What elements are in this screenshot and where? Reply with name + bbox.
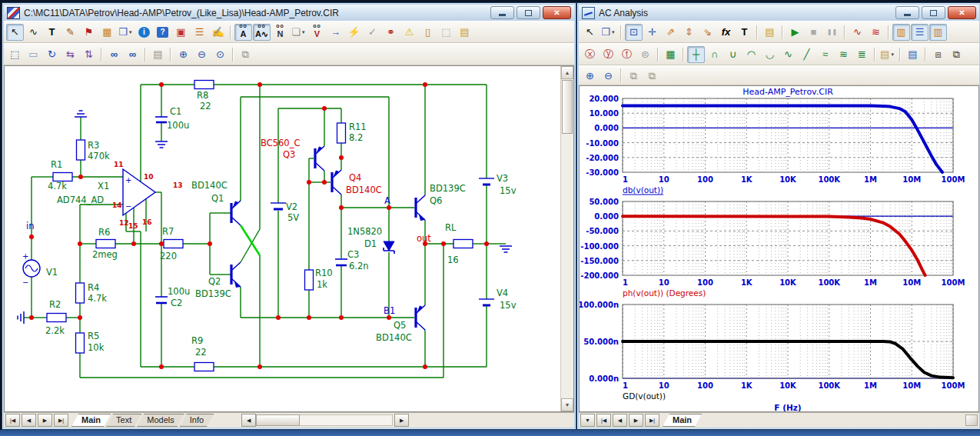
run-icon[interactable]: ▶ — [786, 24, 804, 41]
zoom-out-graph-icon[interactable]: ⇘ — [699, 24, 716, 41]
show-warnings-icon[interactable]: ⚠ — [400, 24, 418, 41]
schematic-label[interactable]: 4.7k — [88, 293, 107, 304]
tab-text[interactable]: Text — [106, 414, 141, 427]
resize-grip[interactable] — [965, 414, 978, 426]
tab-models[interactable]: Models — [137, 414, 184, 427]
graphics-mode-icon[interactable]: ✎ — [61, 24, 79, 41]
file-list-icon[interactable]: ☰ — [191, 24, 208, 41]
component-menu-icon[interactable]: ❒▼ — [117, 24, 135, 41]
find-next-icon[interactable]: ∞ — [124, 46, 141, 63]
schematic-label[interactable]: in — [26, 221, 34, 231]
zoom-to-fit-icon[interactable]: ⊙ — [211, 46, 229, 63]
select-mode-icon[interactable]: ↖ — [581, 24, 599, 41]
schematic-label[interactable]: 2.2k — [45, 325, 65, 336]
stop-icon[interactable]: ■ — [805, 24, 822, 41]
show-pin-connections-icon[interactable]: ⚭ — [382, 24, 400, 41]
cursor-high-icon[interactable]: ◠ — [742, 46, 760, 63]
show-power-icon[interactable]: ⚡ — [345, 24, 363, 41]
find-icon[interactable]: ∞ — [105, 46, 123, 63]
hscroll-thumb[interactable] — [256, 414, 300, 426]
component-menu-icon[interactable]: ❒▼ — [600, 24, 617, 41]
scale-mode-icon[interactable]: ⇗ — [662, 24, 679, 41]
cursor-readout-icon[interactable]: ⊜ — [636, 46, 654, 63]
pause-icon[interactable]: ❚❚ — [823, 24, 841, 41]
schematic-label[interactable]: 220 — [160, 251, 177, 261]
schematic-label[interactable]: BD140C — [191, 180, 228, 191]
reduce-data-points-icon[interactable]: ∿ — [849, 24, 866, 41]
cursor-next-icon[interactable]: ┼ — [687, 46, 705, 63]
schematic-label[interactable]: V1 — [46, 267, 58, 278]
schematic-label[interactable]: R9 — [191, 335, 203, 346]
schematic-label[interactable]: BD139C — [430, 183, 466, 194]
annotate-icon[interactable]: ✍ — [209, 24, 227, 41]
schematic-label[interactable]: R1 — [51, 159, 62, 170]
cursor-global-low-icon[interactable]: ≋ — [835, 46, 852, 63]
minimize-button[interactable] — [895, 6, 919, 19]
cursor-slope-icon[interactable]: ╱ — [798, 46, 816, 63]
schematic-label[interactable]: 22 — [200, 101, 211, 111]
first-page-button[interactable]: |◀ — [596, 414, 611, 427]
show-node-voltages-icon[interactable]: ooV — [308, 24, 326, 41]
analysis-limits-icon[interactable]: ▥ — [892, 24, 910, 41]
schematic-label[interactable]: AD744_AD — [57, 195, 104, 205]
schematic-label[interactable]: C2 — [171, 298, 182, 308]
scroll-down-button[interactable]: ▼ — [561, 398, 573, 411]
schematic-horizontal-scrollbar[interactable]: ◀ ▶ — [240, 414, 409, 426]
schematic-label[interactable]: R6 — [98, 227, 110, 238]
schematic-label[interactable]: 10k — [88, 342, 105, 353]
schematic-label[interactable]: 16 — [142, 218, 152, 226]
select-mode-icon[interactable]: ↖ — [6, 24, 24, 41]
fx-expression-icon[interactable]: fx — [717, 24, 735, 41]
schematic-label[interactable]: 15 — [128, 222, 138, 230]
previous-page-button[interactable]: ◀ — [613, 414, 627, 427]
schematic-label[interactable]: − — [22, 278, 28, 287]
help-mode-icon[interactable]: ? — [154, 24, 171, 41]
zoom-window-icon[interactable]: ⊡ — [625, 24, 643, 41]
last-page-button[interactable]: ▶| — [54, 414, 68, 427]
page-list-dropdown-button[interactable]: ▼ — [580, 414, 595, 427]
schematic-titlebar[interactable]: C:\MC11\DATA\Petrov\Head-AMP\Petrov_(Lik… — [4, 5, 574, 21]
stepping-icon[interactable]: ≋ — [867, 24, 885, 41]
close-button[interactable]: ✕ — [543, 6, 571, 19]
info-mode-icon[interactable]: i — [135, 24, 153, 41]
show-node-states-icon[interactable]: ❏▼ — [290, 24, 307, 41]
schematic-label[interactable]: R10 — [315, 268, 333, 278]
schematic-label[interactable]: V4 — [497, 288, 508, 298]
schematic-label[interactable]: 6.2n — [349, 261, 369, 271]
scroll-thumb[interactable] — [562, 80, 573, 134]
schematic-label[interactable]: 5V — [287, 212, 299, 223]
schematic-label[interactable]: R7 — [162, 226, 174, 237]
schematic-label[interactable]: Q2 — [208, 276, 221, 287]
schematic-label[interactable]: R11 — [349, 121, 367, 132]
plot-frame-icon[interactable]: ⧈ — [929, 46, 947, 63]
schematic-label[interactable]: Q4 — [349, 172, 361, 183]
cursor-y-icon[interactable]: ⓨ — [600, 46, 617, 63]
zoom-out-icon[interactable]: ⊖ — [193, 46, 211, 63]
zoom-in-icon[interactable]: ⊕ — [174, 46, 192, 63]
schematic-label[interactable]: BD140C — [376, 332, 412, 343]
schematic-label[interactable]: 1k — [317, 279, 327, 290]
properties-icon[interactable]: ▤ — [456, 24, 473, 41]
schematic-label[interactable]: C1 — [170, 106, 181, 117]
schematic-label[interactable]: D1 — [364, 238, 377, 249]
schematic-label[interactable]: R8 — [197, 90, 208, 101]
schematic-drawing[interactable]: R822C1100uR3470kR14.7kX1AD744_AD11101314… — [5, 66, 563, 412]
find-component-icon[interactable]: ▦ — [98, 24, 116, 41]
tab-main[interactable]: Main — [71, 414, 111, 427]
numeric-output-icon[interactable]: ▤ — [904, 46, 922, 63]
schematic-label[interactable]: 2meg — [92, 249, 118, 260]
show-attribute-text-icon[interactable]: ooA — [234, 24, 252, 41]
schematic-label[interactable]: Q3 — [283, 149, 295, 160]
schematic-label[interactable]: 470k — [88, 151, 110, 161]
schematic-canvas[interactable]: R822C1100uR3470kR14.7kX1AD744_AD11101314… — [4, 65, 574, 412]
schematic-label[interactable]: V2 — [286, 201, 297, 212]
schematic-label[interactable]: A — [384, 195, 390, 206]
close-button[interactable]: ✕ — [948, 6, 976, 19]
schematic-label[interactable]: Q5 — [394, 320, 406, 331]
flip-horizontal-icon[interactable]: ⇆ — [61, 46, 79, 63]
minimize-button[interactable] — [490, 6, 514, 19]
schematic-label[interactable]: V3 — [497, 173, 508, 184]
plot-frame-cursor-icon[interactable]: ⧉ — [948, 46, 965, 63]
properties-icon[interactable]: ▤ — [761, 24, 779, 41]
cursor-x-icon[interactable]: ⓧ — [581, 46, 599, 63]
